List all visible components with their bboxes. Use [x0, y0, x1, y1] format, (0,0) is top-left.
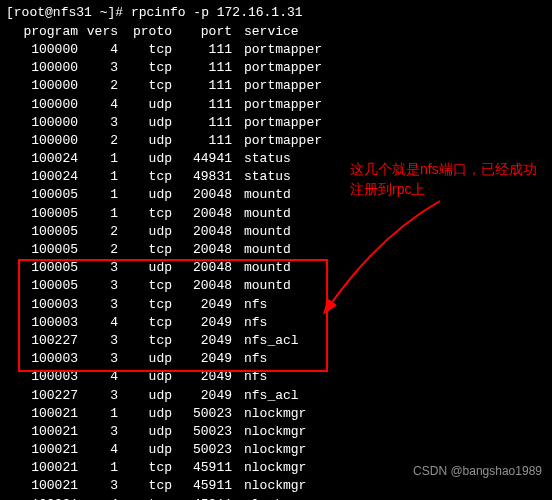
cell-vers: 1: [78, 406, 118, 421]
cell-program: 100005: [6, 206, 78, 221]
cell-service: mountd: [232, 187, 332, 202]
cell-vers: 1: [78, 206, 118, 221]
table-row: 1000053udp20048mountd: [6, 259, 546, 277]
cell-service: mountd: [232, 278, 332, 293]
cell-program: 100021: [6, 442, 78, 457]
table-row: 1000003tcp111portmapper: [6, 59, 546, 77]
table-row: 1000213tcp45911nlockmgr: [6, 477, 546, 495]
cell-program: 100000: [6, 42, 78, 57]
cell-vers: 4: [78, 369, 118, 384]
cell-program: 100021: [6, 497, 78, 500]
cell-vers: 2: [78, 133, 118, 148]
cell-proto: udp: [118, 369, 172, 384]
cell-program: 100000: [6, 60, 78, 75]
cell-vers: 3: [78, 478, 118, 493]
table-row: 1002273udp2049nfs_acl: [6, 386, 546, 404]
table-row: 1000034udp2049nfs: [6, 368, 546, 386]
table-row: 1000034tcp2049nfs: [6, 313, 546, 331]
cell-port: 50023: [172, 424, 232, 439]
cell-port: 45911: [172, 478, 232, 493]
cell-vers: 2: [78, 224, 118, 239]
cell-vers: 3: [78, 424, 118, 439]
cell-port: 111: [172, 78, 232, 93]
table-row: 1000052udp20048mountd: [6, 222, 546, 240]
cell-vers: 4: [78, 97, 118, 112]
cell-program: 100005: [6, 278, 78, 293]
cell-service: nlockmgr: [232, 406, 332, 421]
cell-port: 2049: [172, 297, 232, 312]
cell-proto: udp: [118, 260, 172, 275]
header-program: program: [6, 24, 78, 39]
header-proto: proto: [118, 24, 172, 39]
cell-service: nlockmgr: [232, 478, 332, 493]
cell-proto: tcp: [118, 78, 172, 93]
table-row: 1000214udp50023nlockmgr: [6, 441, 546, 459]
cell-vers: 1: [78, 151, 118, 166]
cell-service: portmapper: [232, 42, 332, 57]
cell-vers: 3: [78, 351, 118, 366]
cell-program: 100005: [6, 242, 78, 257]
cell-vers: 3: [78, 388, 118, 403]
table-row: 1000002udp111portmapper: [6, 131, 546, 149]
cell-proto: tcp: [118, 333, 172, 348]
cell-port: 2049: [172, 369, 232, 384]
cell-program: 100005: [6, 187, 78, 202]
cell-proto: tcp: [118, 206, 172, 221]
cell-port: 2049: [172, 388, 232, 403]
cell-port: 111: [172, 115, 232, 130]
cell-proto: udp: [118, 133, 172, 148]
cell-program: 100021: [6, 424, 78, 439]
cell-port: 45911: [172, 460, 232, 475]
table-row: 1000002tcp111portmapper: [6, 77, 546, 95]
cell-vers: 2: [78, 242, 118, 257]
table-row: 1000051tcp20048mountd: [6, 204, 546, 222]
annotation-text: 这几个就是nfs端口，已经成功注册到rpc上: [350, 160, 540, 199]
cell-vers: 4: [78, 497, 118, 500]
cell-port: 2049: [172, 333, 232, 348]
cell-port: 111: [172, 60, 232, 75]
header-port: port: [172, 24, 232, 39]
cell-vers: 3: [78, 60, 118, 75]
cell-proto: udp: [118, 187, 172, 202]
cell-port: 2049: [172, 315, 232, 330]
cell-port: 111: [172, 133, 232, 148]
command-text: rpcinfo -p 172.16.1.31: [131, 5, 303, 20]
cell-proto: tcp: [118, 60, 172, 75]
cell-service: nlockmgr: [232, 497, 332, 500]
cell-proto: udp: [118, 406, 172, 421]
cell-program: 100005: [6, 260, 78, 275]
table-row: 1000003udp111portmapper: [6, 113, 546, 131]
cell-service: nfs: [232, 351, 332, 366]
cell-proto: udp: [118, 424, 172, 439]
cell-program: 100003: [6, 369, 78, 384]
cell-port: 20048: [172, 206, 232, 221]
cell-program: 100227: [6, 333, 78, 348]
cell-service: portmapper: [232, 133, 332, 148]
cell-program: 100000: [6, 97, 78, 112]
watermark: CSDN @bangshao1989: [413, 464, 542, 478]
cell-proto: udp: [118, 115, 172, 130]
header-row: program vers proto port service: [6, 22, 546, 40]
cell-port: 44941: [172, 151, 232, 166]
cell-program: 100021: [6, 478, 78, 493]
cell-port: 20048: [172, 260, 232, 275]
cell-port: 2049: [172, 351, 232, 366]
cell-service: status: [232, 151, 332, 166]
cell-vers: 4: [78, 42, 118, 57]
cell-program: 100003: [6, 351, 78, 366]
table-row: 1000213udp50023nlockmgr: [6, 422, 546, 440]
table-row: 1000033tcp2049nfs: [6, 295, 546, 313]
cell-service: nfs_acl: [232, 388, 332, 403]
cell-port: 45911: [172, 497, 232, 500]
cell-service: portmapper: [232, 115, 332, 130]
cell-program: 100005: [6, 224, 78, 239]
cell-service: portmapper: [232, 78, 332, 93]
table-row: 1000053tcp20048mountd: [6, 277, 546, 295]
cell-program: 100000: [6, 115, 78, 130]
cell-vers: 3: [78, 115, 118, 130]
cell-port: 111: [172, 42, 232, 57]
cell-proto: tcp: [118, 169, 172, 184]
cell-service: status: [232, 169, 332, 184]
prompt-host: nfs31: [53, 5, 92, 20]
cell-vers: 1: [78, 187, 118, 202]
